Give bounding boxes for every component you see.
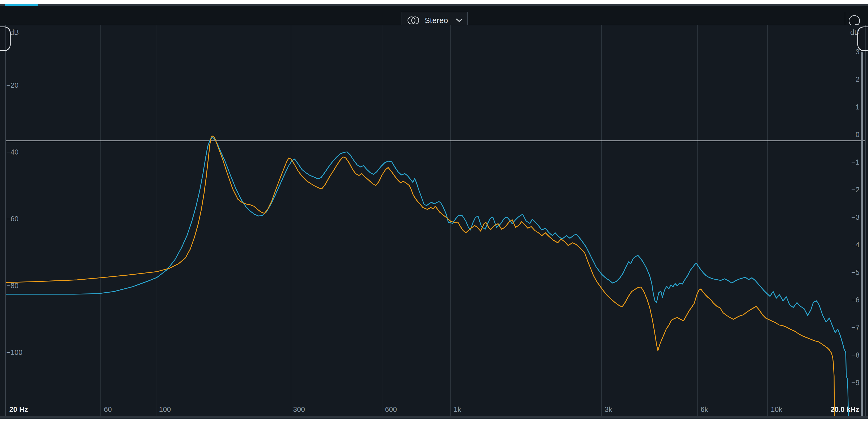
frequency-gridline <box>450 25 451 417</box>
frequency-gridline <box>697 25 698 417</box>
plot-border-right <box>865 25 866 417</box>
right-scale-tick-label: −3 <box>851 214 860 221</box>
plot-border-top <box>0 25 868 25</box>
left-scale-tick-label: −40 <box>6 149 19 156</box>
frequency-tick-label: 1k <box>454 406 461 413</box>
gain-scale-scrollbar[interactable] <box>861 52 863 417</box>
frequency-tick-label: 3k <box>604 406 612 413</box>
right-scale-tick-label: 3 <box>856 49 860 56</box>
stereo-channels-icon <box>407 16 421 25</box>
left-db-unit-label: dB <box>10 29 19 36</box>
right-scale-tick-label: −6 <box>851 297 860 304</box>
analyzer-window: Stereo dB−20−40−60−80−100dB3210−1−2−3−4−… <box>0 0 868 423</box>
frequency-tick-label: 20 Hz <box>9 406 28 413</box>
frequency-tick-label: 60 <box>104 406 112 413</box>
spectrum-plot-area[interactable] <box>0 25 868 417</box>
frequency-gridline <box>157 25 157 417</box>
right-scale-tick-label: −1 <box>851 159 860 166</box>
frequency-gridline <box>100 25 101 417</box>
frequency-tick-label: 10k <box>771 406 782 413</box>
right-scale-tick-label: −9 <box>851 379 860 386</box>
frequency-tick-label: 100 <box>159 406 171 413</box>
top-accent-highlight <box>5 4 38 6</box>
right-scale-tick-label: −5 <box>851 269 860 276</box>
frequency-tick-label: 6k <box>701 406 708 413</box>
channel-selector-label: Stereo <box>425 16 448 25</box>
plot-border-left <box>5 25 6 417</box>
frequency-tick-label: 600 <box>385 406 397 413</box>
right-scale-tick-label: −2 <box>851 186 860 193</box>
right-scale-handle[interactable] <box>858 27 868 51</box>
left-scale-handle[interactable] <box>0 27 10 51</box>
frequency-gridline <box>382 25 383 417</box>
frequency-tick-label: 300 <box>293 406 305 413</box>
left-scale-tick-label: −60 <box>6 215 19 223</box>
chevron-down-icon <box>456 19 462 22</box>
left-scale-tick-label: −20 <box>6 82 19 89</box>
bottom-edge-strip <box>0 416 868 419</box>
frequency-gridline <box>601 25 602 417</box>
left-scale-tick-label: −100 <box>6 349 23 356</box>
right-scale-tick-label: 2 <box>856 76 860 83</box>
right-scale-tick-label: −8 <box>851 352 860 359</box>
left-scale-tick-label: −80 <box>6 282 19 290</box>
zero-db-line <box>5 141 866 141</box>
top-accent-strip <box>0 4 868 6</box>
right-scale-tick-label: −4 <box>851 241 860 249</box>
right-scale-tick-label: 0 <box>856 131 860 138</box>
right-scale-tick-label: −7 <box>851 324 860 331</box>
right-scale-tick-label: 1 <box>856 103 860 111</box>
frequency-gridline <box>291 25 291 417</box>
toolbar: Stereo <box>0 6 868 25</box>
frequency-gridline <box>767 25 768 417</box>
frequency-tick-label: 20.0 kHz <box>831 406 859 413</box>
